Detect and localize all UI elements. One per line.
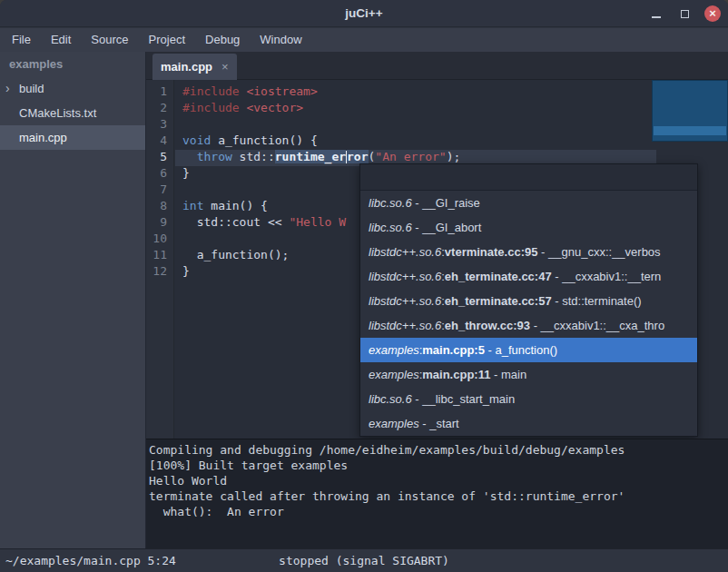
menu-item-debug[interactable]: Debug (195, 28, 250, 52)
window-controls: × (648, 0, 721, 27)
juci-window: juCi++ × File Edit Source Project Debug … (0, 0, 728, 572)
tree-item-maincpp[interactable]: main.cpp (0, 125, 145, 150)
tab-label: main.cpp (161, 60, 212, 74)
code-segment: ror (347, 150, 368, 163)
code-segment: std:: (232, 150, 275, 163)
line-number: 12 (146, 264, 173, 281)
tree-item-cmakelists[interactable]: CMakeLists.txt (0, 101, 145, 125)
code-segment: } (182, 264, 190, 278)
output-line: what(): An error (149, 504, 728, 519)
code-segment: ); (447, 150, 461, 163)
code-segment: "An error" (375, 150, 446, 163)
line-number: 11 (146, 248, 173, 264)
stack-frame-item[interactable]: libc.so.6 - __GI_abort (360, 215, 697, 240)
tab-close-icon[interactable]: × (221, 60, 229, 74)
code-line[interactable]: #include <iostream> (175, 84, 728, 101)
frame-library: libc.so.6 (369, 392, 412, 406)
code-line[interactable]: #include <vector> (175, 101, 728, 117)
stack-frame-item[interactable]: examples:main.cpp:5 - a_function() (360, 338, 697, 362)
stack-frame-item[interactable]: examples - _start (360, 411, 697, 436)
menu-item-edit[interactable]: Edit (41, 28, 81, 52)
frame-symbol: - a_function() (485, 343, 557, 357)
stack-frame-item[interactable]: libstdc++.so.6:vterminate.cc:95 - __gnu_… (360, 240, 697, 264)
stack-frame-popup: libc.so.6 - __GI_raiselibc.so.6 - __GI_a… (359, 163, 698, 437)
status-bar: stopped (signal SIGABRT) ~/examples/main… (0, 548, 728, 572)
frame-symbol: - __libc_start_main (412, 392, 515, 406)
code-segment: "Hello W (289, 215, 346, 229)
line-number: 3 (146, 117, 173, 133)
frame-location: vterminate.cc:95 (445, 245, 538, 259)
text-cursor-caret (346, 151, 347, 163)
minimize-button[interactable] (648, 5, 664, 22)
line-number: 8 (146, 199, 173, 215)
code-editor[interactable]: 123456789101112 #include <iostream>#incl… (146, 80, 728, 439)
window-title: juCi++ (345, 6, 382, 20)
frame-symbol: - __cxxabiv1::__cxa_thro (530, 319, 664, 332)
frame-symbol: - _start (419, 417, 459, 430)
code-segment: std::cout << (182, 215, 289, 229)
output-panel[interactable]: Compiling and debugging /home/eidheim/ex… (146, 439, 728, 548)
file-position: ~/examples/main.cpp 5:24 (5, 549, 176, 572)
file-tree-panel: examples › build CMakeLists.txt main.cpp (0, 52, 146, 548)
frame-location: eh_terminate.cc:57 (445, 294, 552, 308)
menu-item-window[interactable]: Window (250, 28, 311, 52)
frame-location: main.cpp:5 (422, 343, 485, 357)
code-segment: <vector> (246, 101, 303, 114)
line-number: 5 (146, 150, 173, 166)
code-segment: #include (182, 101, 246, 114)
frame-location: eh_terminate.cc:47 (445, 270, 552, 283)
tab-main-cpp[interactable]: main.cpp × (152, 54, 237, 80)
tab-bar: main.cpp × (146, 52, 728, 80)
doc-tooltip (652, 80, 728, 142)
line-number: 2 (146, 101, 173, 117)
maximize-button[interactable] (676, 5, 693, 22)
code-line[interactable] (175, 117, 728, 133)
frame-library: libstdc++.so.6 (369, 294, 441, 308)
stack-frame-item[interactable]: examples:main.cpp:11 - main (360, 362, 697, 387)
frame-library: libstdc++.so.6 (369, 270, 441, 283)
frame-symbol: - __cxxabiv1::__tern (552, 270, 662, 283)
frame-library: libc.so.6 (369, 221, 412, 234)
restore-icon (681, 10, 689, 18)
frame-filter-input[interactable] (360, 164, 697, 191)
menu-bar: File Edit Source Project Debug Window (0, 28, 728, 52)
close-button[interactable]: × (704, 5, 721, 22)
chevron-right-icon: › (5, 76, 19, 101)
frame-library: libstdc++.so.6 (369, 319, 441, 332)
project-name: examples (0, 52, 145, 76)
frame-location: main.cpp:11 (422, 368, 490, 381)
minimize-icon (652, 16, 661, 18)
stack-frame-item[interactable]: libstdc++.so.6:eh_throw.cc:93 - __cxxabi… (360, 313, 697, 338)
frame-library: libstdc++.so.6 (369, 245, 441, 259)
line-number: 10 (146, 232, 173, 248)
output-line: terminate called after throwing an insta… (149, 488, 728, 504)
tree-item-build[interactable]: › build (0, 76, 145, 101)
code-segment: } (182, 166, 190, 180)
stack-frame-item[interactable]: libstdc++.so.6:eh_terminate.cc:57 - std:… (360, 289, 697, 313)
code-segment: a_function() { (211, 133, 317, 147)
frame-library: examples (369, 417, 419, 430)
stack-frame-item[interactable]: libc.so.6 - __GI_raise (360, 191, 697, 215)
tree-item-label: CMakeLists.txt (19, 101, 96, 125)
stack-frame-item[interactable]: libc.so.6 - __libc_start_main (360, 387, 697, 411)
menu-item-project[interactable]: Project (139, 28, 195, 52)
frame-library: libc.so.6 (369, 196, 412, 210)
frame-symbol: - __gnu_cxx::__verbos (537, 245, 660, 259)
stack-frame-item[interactable]: libstdc++.so.6:eh_terminate.cc:47 - __cx… (360, 264, 697, 289)
line-number: 6 (146, 166, 173, 182)
frame-library: examples (369, 368, 419, 381)
code-segment: int (182, 199, 203, 212)
menu-item-file[interactable]: File (2, 28, 41, 52)
code-segment (182, 150, 197, 163)
frame-symbol: - __GI_raise (412, 196, 480, 210)
code-line[interactable]: void a_function() { (175, 133, 728, 150)
line-number: 9 (146, 215, 173, 232)
doc-tooltip-strip (654, 126, 726, 135)
menu-item-source[interactable]: Source (81, 28, 138, 52)
code-segment: main() { (203, 199, 267, 212)
frame-symbol: - std::terminate() (552, 294, 642, 308)
output-line: Compiling and debugging /home/eidheim/ex… (149, 442, 728, 458)
frame-list: libc.so.6 - __GI_raiselibc.so.6 - __GI_a… (360, 191, 697, 436)
line-number: 1 (146, 84, 173, 101)
frame-location: eh_throw.cc:93 (445, 319, 530, 332)
